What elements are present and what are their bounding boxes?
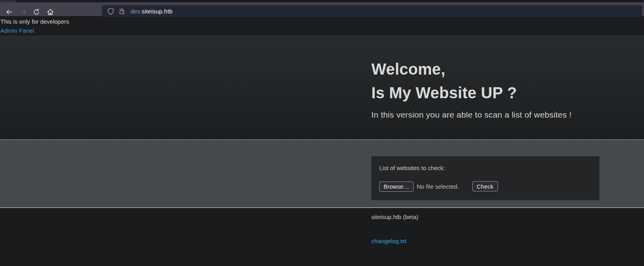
url-text: dev.siteisup.htb [131, 8, 172, 15]
tracking-protection-shield-icon[interactable] [107, 7, 114, 15]
reload-icon [33, 8, 40, 16]
dev-banner-section: This is only for developers Admin Panel [0, 17, 644, 36]
hero-title-line1: Welcome, [371, 57, 571, 81]
upload-label: List of websites to check: [379, 165, 445, 171]
admin-panel-link[interactable]: Admin Panel [0, 27, 34, 34]
reload-button[interactable] [32, 7, 41, 17]
upload-section: List of websites to check: Browse… No fi… [0, 139, 644, 208]
forward-arrow-icon [19, 8, 27, 16]
browse-button[interactable]: Browse… [379, 182, 414, 192]
url-domain: siteisup.htb [142, 8, 172, 15]
insecure-lock-icon[interactable] [118, 7, 125, 15]
footer-site-text: siteisup.htb (beta) [371, 214, 418, 220]
footer-section: siteisup.htb (beta) changelog.txt [0, 209, 644, 266]
browser-toolbar: dev.siteisup.htb [0, 2, 644, 17]
dev-note-text: This is only for developers [0, 18, 69, 25]
home-icon [47, 8, 54, 16]
file-status-text: No file selected. [417, 183, 459, 190]
forward-button[interactable] [18, 7, 28, 17]
home-button[interactable] [45, 7, 55, 17]
changelog-link[interactable]: changelog.txt [371, 238, 406, 244]
hero-subtitle: In this version you are able to scan a l… [371, 110, 571, 120]
url-subdomain: dev. [131, 8, 142, 15]
back-arrow-icon [6, 8, 13, 16]
check-button[interactable]: Check [472, 181, 498, 191]
hero-title-line2: Is My Website UP ? [371, 81, 571, 105]
url-bar[interactable]: dev.siteisup.htb [102, 5, 642, 17]
upload-panel: List of websites to check: Browse… No fi… [371, 156, 599, 200]
hero-section: Welcome, Is My Website UP ? In this vers… [0, 36, 644, 139]
file-input[interactable]: Browse… No file selected. [379, 181, 459, 192]
back-button[interactable] [4, 7, 14, 17]
